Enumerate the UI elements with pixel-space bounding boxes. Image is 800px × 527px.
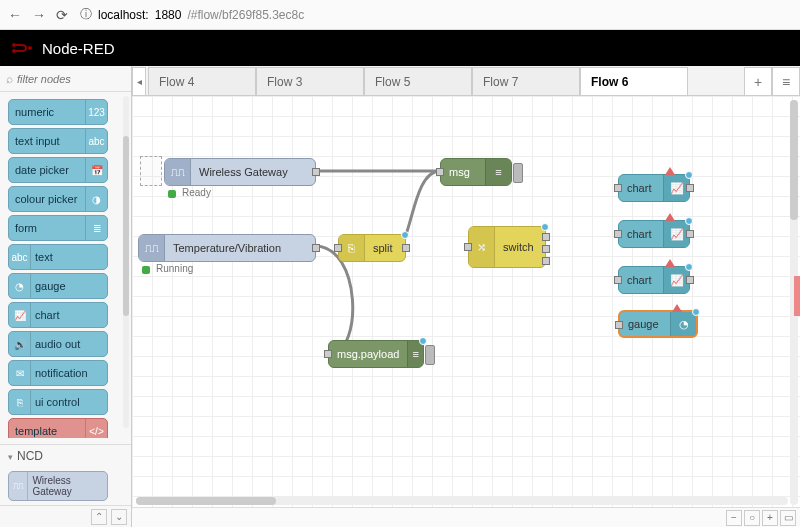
node-debug-msg[interactable]: msg ≡: [440, 158, 512, 186]
palette-node[interactable]: text inputabc: [8, 128, 108, 154]
tab-flow4[interactable]: Flow 4: [148, 67, 256, 95]
changed-indicator: [401, 231, 409, 239]
palette-node-wireless[interactable]: ⎍⎍ Wireless Gateway: [8, 471, 108, 501]
tab-flow5[interactable]: Flow 5: [364, 67, 472, 95]
node-switch[interactable]: ⤭ switch: [468, 226, 546, 268]
palette-node[interactable]: template</>: [8, 418, 108, 438]
search-icon: ⌕: [6, 72, 13, 86]
input-port[interactable]: [334, 244, 342, 252]
palette-node[interactable]: abctext: [8, 244, 108, 270]
url-bar[interactable]: ⓘ localhost:1880/#flow/bf269f85.3ec8c: [80, 6, 792, 23]
error-icon: [665, 167, 675, 175]
scrollbar-thumb[interactable]: [136, 497, 276, 505]
notification-icon: ✉: [9, 361, 31, 385]
forward-icon[interactable]: →: [32, 7, 46, 23]
scrollbar-thumb[interactable]: [123, 136, 129, 316]
output-port[interactable]: [686, 184, 694, 192]
palette-list: numeric123 text inputabc date picker📅 co…: [0, 92, 131, 438]
node-split[interactable]: ⎘ split: [338, 234, 406, 262]
output-port-2[interactable]: [542, 245, 550, 253]
changed-indicator: [692, 308, 700, 316]
expand-all-icon[interactable]: ⌄: [111, 509, 127, 525]
palette-node[interactable]: ⎘ui control: [8, 389, 108, 415]
debug-icon: ≡: [485, 159, 511, 185]
palette-toggle-icon[interactable]: ◂: [132, 67, 146, 95]
flow-canvas[interactable]: ⎍⎍ Wireless Gateway Ready msg ≡ ⎍⎍ Tempe…: [132, 96, 800, 527]
input-port[interactable]: [324, 350, 332, 358]
node-gauge[interactable]: gauge ◔: [618, 310, 698, 338]
input-port[interactable]: [614, 276, 622, 284]
output-port-3[interactable]: [542, 257, 550, 265]
gauge-icon: ◔: [670, 312, 696, 336]
status-indicator: [168, 190, 176, 198]
output-port[interactable]: [402, 244, 410, 252]
palette-panel: ⌕ numeric123 text inputabc date picker📅 …: [0, 66, 132, 527]
workspace: ◂ Flow 4 Flow 3 Flow 5 Flow 7 Flow 6 + ≡…: [132, 66, 800, 527]
palette-node[interactable]: 📈chart: [8, 302, 108, 328]
info-icon: ⓘ: [80, 6, 92, 23]
zoom-in-button[interactable]: +: [762, 510, 778, 526]
output-port[interactable]: [312, 244, 320, 252]
palette-node[interactable]: colour picker◑: [8, 186, 108, 212]
deploy-marker: [794, 276, 800, 316]
selection-box: [140, 156, 162, 186]
output-port[interactable]: [686, 276, 694, 284]
palette-node[interactable]: ✉notification: [8, 360, 108, 386]
error-icon: [672, 304, 682, 312]
scrollbar-thumb[interactable]: [790, 100, 798, 220]
url-path: /#flow/bf269f85.3ec8c: [187, 8, 304, 22]
node-chart-1[interactable]: chart 📈: [618, 174, 690, 202]
changed-indicator: [685, 171, 693, 179]
palette-node[interactable]: form≣: [8, 215, 108, 241]
audio-icon: 🔊: [9, 332, 31, 356]
changed-indicator: [685, 217, 693, 225]
navigator-button[interactable]: ▭: [780, 510, 796, 526]
palette-scrollbar[interactable]: [123, 96, 129, 428]
output-port[interactable]: [686, 230, 694, 238]
collapse-all-icon[interactable]: ⌃: [91, 509, 107, 525]
changed-indicator: [685, 263, 693, 271]
tab-flow7[interactable]: Flow 7: [472, 67, 580, 95]
output-port-1[interactable]: [542, 233, 550, 241]
debug-toggle-button[interactable]: [425, 345, 435, 365]
zoom-out-button[interactable]: −: [726, 510, 742, 526]
form-icon: ≣: [85, 216, 107, 240]
input-port[interactable]: [464, 243, 472, 251]
reload-icon[interactable]: ⟳: [56, 7, 68, 23]
status-text: Running: [156, 263, 193, 274]
nodered-logo-icon: [12, 41, 34, 55]
text-icon: abc: [85, 129, 107, 153]
error-icon: [665, 213, 675, 221]
tab-flow3[interactable]: Flow 3: [256, 67, 364, 95]
numeric-icon: 123: [85, 100, 107, 124]
canvas-hscrollbar[interactable]: [136, 497, 788, 505]
palette-node[interactable]: 🔊audio out: [8, 331, 108, 357]
list-tabs-button[interactable]: ≡: [772, 67, 800, 95]
palette-node[interactable]: ◔gauge: [8, 273, 108, 299]
input-port[interactable]: [436, 168, 444, 176]
output-port[interactable]: [312, 168, 320, 176]
node-chart-3[interactable]: chart 📈: [618, 266, 690, 294]
palette-node[interactable]: numeric123: [8, 99, 108, 125]
node-debug-payload[interactable]: msg.payload ≡: [328, 340, 424, 368]
split-icon: ⎘: [339, 235, 365, 261]
node-temperature-vibration[interactable]: ⎍⎍ Temperature/Vibration: [138, 234, 316, 262]
palette-node[interactable]: date picker📅: [8, 157, 108, 183]
input-port[interactable]: [614, 230, 622, 238]
input-port[interactable]: [615, 321, 623, 329]
status-indicator: [142, 266, 150, 274]
add-tab-button[interactable]: +: [744, 67, 772, 95]
tab-flow6[interactable]: Flow 6: [580, 67, 688, 95]
node-wireless-gateway[interactable]: ⎍⎍ Wireless Gateway: [164, 158, 316, 186]
gauge-icon: ◔: [9, 274, 31, 298]
palette-category-ncd[interactable]: NCD: [0, 444, 131, 467]
back-icon[interactable]: ←: [8, 7, 22, 23]
template-icon: </>: [85, 419, 107, 438]
wireless-icon: ⎍⎍: [9, 472, 28, 500]
debug-toggle-button[interactable]: [513, 163, 523, 183]
palette-filter-input[interactable]: [17, 73, 107, 85]
url-port: 1880: [155, 8, 182, 22]
zoom-reset-button[interactable]: ○: [744, 510, 760, 526]
node-chart-2[interactable]: chart 📈: [618, 220, 690, 248]
input-port[interactable]: [614, 184, 622, 192]
